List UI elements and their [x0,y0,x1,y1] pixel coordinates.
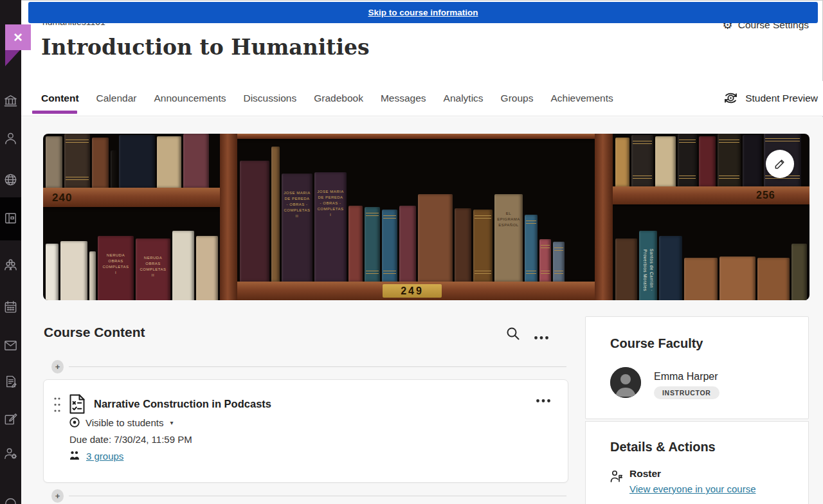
avatar[interactable] [610,367,641,398]
book-spine [718,134,741,186]
book-spine [46,244,59,300]
roster-icon [609,469,623,483]
student-preview-label: Student Preview [745,93,818,104]
search-icon[interactable] [505,326,521,341]
student-preview-button[interactable]: Student Preview [721,90,818,106]
book-spine [539,239,551,282]
globe-icon[interactable] [3,172,18,187]
book-spine [655,136,676,186]
global-sidebar [0,0,21,504]
bookshelf-row: NERUDA OBRAS COMPLETAS INERUDA OBRAS COM… [46,231,218,300]
book-spine [348,206,363,282]
book-spine: Santos de Carrión · Proverbios Morales [639,231,657,300]
course-faculty-heading: Course Faculty [610,336,703,351]
tab-discussions[interactable]: Discussions [243,81,296,116]
shelf-number-240: 240 [52,192,72,204]
content-item-title[interactable]: Narrative Construction in Podcasts [94,398,271,410]
visibility-icon [69,417,80,428]
item-overflow-menu-icon[interactable] [536,394,551,406]
roster-label: Roster [629,468,756,480]
bookshelf-row: JOSE MARIA DE PEREDA - OBRAS - COMPLETAS… [240,147,565,282]
tab-groups[interactable]: Groups [501,81,534,116]
student-preview-icon [721,90,740,106]
book-spine [455,208,471,282]
book-spine [719,256,755,300]
institution-icon[interactable] [3,94,18,109]
book-spine: JOSE MARIA DE PEREDA - OBRAS - COMPLETAS… [282,174,312,282]
tab-gradebook[interactable]: Gradebook [314,81,363,116]
book-spine [553,242,565,282]
course-banner-image: 240 NERUDA OBRAS COMPLETAS INERUDA OBRAS… [43,134,809,300]
book-spine [196,236,218,300]
book-spine [365,207,380,282]
book-spine [399,206,416,282]
skip-to-course-link[interactable]: Skip to course information [368,8,478,17]
details-actions-heading: Details & Actions [610,440,716,455]
drag-handle-icon[interactable] [53,396,61,416]
book-spine [791,244,807,300]
compose-icon[interactable] [3,411,18,426]
tab-analytics[interactable]: Analytics [444,81,484,116]
book-spine [271,147,280,282]
tab-achievements[interactable]: Achievements [550,81,613,116]
add-content-divider: + [51,489,566,503]
course-content-heading: Course Content [44,325,145,340]
grades-icon[interactable] [3,374,18,389]
shelf-number-256: 256 [756,190,775,201]
courses-icon[interactable] [3,211,18,226]
shelf-board: 256 [613,186,809,204]
book-spine [240,161,269,282]
tab-content[interactable]: Content [41,81,79,116]
shelf-board [237,134,595,139]
visibility-label: Visible to students [86,417,163,428]
book-spine: JOSE MARIA DE PEREDA - OBRAS - COMPLETAS… [314,172,347,282]
edit-banner-button[interactable] [766,150,794,178]
close-course-button[interactable]: × [5,24,31,50]
due-date-text: Due date: 7/30/24, 11:59 PM [69,434,192,445]
messages-icon[interactable] [3,338,18,353]
content-overflow-menu-icon[interactable] [534,331,549,343]
chevron-down-icon: ▾ [170,419,173,426]
book-spine [473,210,493,282]
tab-messages[interactable]: Messages [381,81,426,116]
book-spine [119,135,155,188]
book-spine [172,231,194,300]
content-item-card: Narrative Construction in Podcasts Visib… [43,379,568,483]
book-spine [111,150,117,188]
shelf-board: 249 [237,282,595,300]
course-nav: Content Calendar Announcements Discussio… [21,81,823,116]
shelf-board: 240 [43,188,237,207]
book-spine [615,239,637,300]
divider-line [69,496,566,496]
book-spine: NERUDA OBRAS COMPLETAS II [136,239,170,300]
shelf-post [595,134,613,300]
organizations-icon[interactable] [3,258,18,273]
calendar-icon[interactable] [3,300,18,314]
roster-view-everyone-link[interactable]: View everyone in your course [629,483,756,494]
visibility-dropdown[interactable]: Visible to students ▾ [69,417,174,428]
course-faculty-card: Course Faculty Emma Harper INSTRUCTOR [585,316,809,419]
divider-line [69,366,566,367]
app-window: × Skip to course information humanities1… [0,0,823,504]
tab-calendar[interactable]: Calendar [96,81,137,116]
groups-row: 3 groups [69,450,123,462]
groups-icon [69,450,80,462]
details-actions-card: Details & Actions Roster View everyone i… [585,421,809,504]
add-content-button[interactable]: + [51,360,64,374]
add-content-button[interactable]: + [51,489,64,503]
instructor-role-badge: INSTRUCTOR [654,386,719,399]
book-spine [46,136,62,188]
tab-announcements[interactable]: Announcements [154,81,226,116]
book-spine [382,210,397,282]
admin-icon[interactable] [3,446,18,461]
bottom-partial-icon[interactable] [3,495,18,504]
book-spine [157,136,181,188]
book-spine [418,194,453,282]
book-spine [525,215,538,282]
book-spine [615,138,629,186]
book-spine [699,136,716,186]
profile-icon[interactable] [3,131,18,146]
instructor-name: Emma Harper [654,371,718,382]
groups-link[interactable]: 3 groups [86,451,123,462]
assignment-icon [68,393,86,417]
